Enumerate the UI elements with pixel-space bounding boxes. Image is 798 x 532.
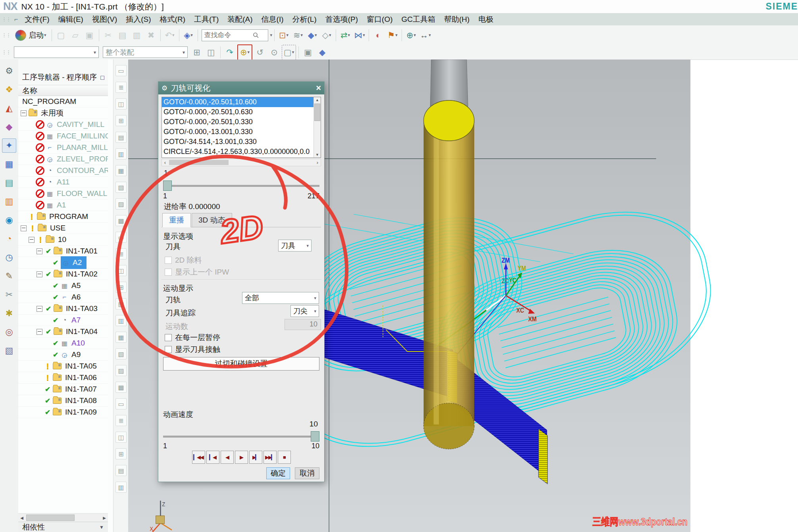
scroll-left-icon[interactable]: ◀ — [18, 516, 25, 520]
gcode-line-4[interactable]: GOTO/-34.514,-13.001,0.330 — [162, 137, 313, 147]
undo-button[interactable]: ↶▾ — [163, 28, 177, 42]
datum-tools-button[interactable]: ◈▾ — [182, 28, 195, 42]
layer-settings-button[interactable]: ≋▾ — [291, 28, 305, 42]
chain-link-button[interactable]: ◫ — [204, 45, 218, 60]
tree-row-CONTOUR_AREA[interactable]: ◔CONTOUR_AREA — [18, 165, 108, 177]
menu-item-2[interactable]: 视图(V) — [88, 13, 121, 25]
move-component-button[interactable]: ⇄▾ — [338, 28, 352, 42]
single-step-back-button[interactable]: ▎◀ — [206, 451, 219, 464]
gcode-list[interactable]: GOTO/-0.000,-20.501,10.600GOTO/-0.000,-2… — [162, 97, 321, 158]
tool-strip-icon-2[interactable]: ◫ — [115, 98, 127, 109]
checkbox-show-tool-contact[interactable]: 显示刀具接触 — [165, 344, 220, 355]
menu-item-4[interactable]: 格式(R) — [156, 13, 190, 25]
window-anchor-button[interactable]: ⊞ — [190, 45, 204, 60]
tool-strip-icon-8[interactable]: ▨ — [115, 198, 127, 209]
menu-item-1[interactable]: 编辑(E) — [54, 13, 88, 25]
gcode-line-0[interactable]: GOTO/-0.000,-20.501,10.600 — [162, 97, 313, 107]
history-palette-icon[interactable]: ◔ — [2, 232, 16, 246]
tree-row-A2[interactable]: ✔◶A2 — [18, 257, 108, 269]
slider-handle[interactable] — [311, 431, 319, 442]
tool-strip-icon-0[interactable]: ▭ — [115, 65, 127, 76]
tree-expander-icon[interactable] — [37, 329, 42, 335]
position-slider[interactable] — [163, 180, 319, 191]
tool-strip-icon-15[interactable]: ▥ — [115, 315, 127, 326]
tool-strip-icon-4[interactable]: ▤ — [115, 132, 127, 143]
menu-item-9[interactable]: 首选项(P) — [321, 13, 362, 25]
tree-row-IN1-TA08[interactable]: ✔IN1-TA08 — [18, 395, 108, 407]
scroll-down-icon[interactable]: ▼ — [315, 152, 319, 157]
tool-strip-icon-13[interactable]: ⊞ — [115, 282, 127, 293]
gcode-line-3[interactable]: GOTO/-0.000,-13.001,0.330 — [162, 127, 313, 137]
list-hscrollbar[interactable]: ‹ › — [162, 159, 321, 166]
paste-button[interactable]: ▥ — [130, 28, 144, 42]
assembly-navigator-icon[interactable]: ❖ — [2, 83, 16, 97]
tree-row-IN1-TA07[interactable]: ✔IN1-TA07 — [18, 384, 108, 395]
menu-item-11[interactable]: GC工具箱 — [397, 13, 440, 25]
chevron-down-icon[interactable]: ▾ — [270, 33, 273, 38]
tool-strip-icon-25[interactable]: ▥ — [115, 482, 127, 493]
scrollbar-thumb[interactable] — [169, 160, 229, 165]
tool-strip-icon-7[interactable]: ▧ — [115, 182, 127, 193]
scroll-right-icon[interactable]: › — [314, 159, 321, 165]
gcode-line-5[interactable]: CIRCLE/-34.514,-12.563,0.330,0.0000000,0… — [162, 147, 313, 157]
selection-filter-back-button[interactable]: ↷ — [223, 45, 237, 60]
machine-tool-view-icon[interactable]: ▦ — [2, 157, 16, 171]
tool-strip-icon-3[interactable]: ⊞ — [115, 115, 127, 126]
selected-row-highlight[interactable]: ◶A2 — [61, 256, 87, 269]
tool-strip-icon-10[interactable]: ▭ — [115, 232, 127, 243]
scroll-up-icon[interactable]: ▲ — [315, 97, 319, 103]
tree-expander-icon[interactable] — [37, 248, 42, 254]
assembly-constraints-button[interactable]: ⋈▾ — [353, 28, 366, 42]
snap-point-filter-button[interactable]: ⊕▾ — [237, 44, 252, 60]
render-shaded-button[interactable]: ◆▾ — [306, 28, 319, 42]
scroll-left-icon[interactable]: ‹ — [162, 159, 168, 165]
tree-row-PLANAR_MILL[interactable]: ⌐PLANAR_MILL — [18, 142, 108, 154]
tree-row-A6[interactable]: ✔⌐A6 — [18, 292, 108, 303]
materials-icon[interactable]: ✱ — [2, 306, 16, 321]
command-finder[interactable] — [202, 29, 268, 41]
show-box-button[interactable]: ▣ — [301, 45, 315, 60]
ok-button[interactable]: 确定 — [266, 467, 290, 479]
selection-filter-combo[interactable]: ▾ — [14, 46, 99, 58]
render-style-button[interactable]: ◇▾ — [320, 28, 333, 42]
play-forward-button[interactable]: ▶ — [235, 451, 248, 464]
tree-row-IN1-TA03[interactable]: ✔IN1-TA03 — [18, 303, 108, 315]
menu-item-10[interactable]: 窗口(O) — [362, 13, 397, 25]
menu-item-0[interactable]: 文件(F) — [20, 13, 54, 25]
tree-row-ZLEVEL_PROFILE[interactable]: ◶ZLEVEL_PROFILE — [18, 154, 108, 165]
notes-icon[interactable]: ✎ — [2, 269, 16, 283]
tree-row-IN1-TA04[interactable]: ✔IN1-TA04 — [18, 326, 108, 338]
template-view-icon[interactable]: ▥ — [2, 194, 16, 209]
scroll-right-icon[interactable]: ▶ — [101, 516, 108, 520]
menu-item-13[interactable]: 电极 — [474, 13, 498, 25]
tool-strip-icon-19[interactable]: ▩ — [115, 382, 127, 393]
tree-row-USE[interactable]: !USE — [18, 223, 108, 234]
gouge-collision-settings-button[interactable]: 过切和碰撞设置 — [163, 357, 319, 371]
tab-replay[interactable]: 重播 — [162, 213, 191, 227]
dimension-button[interactable]: ↔▾ — [419, 28, 432, 42]
tool-strip-icon-22[interactable]: ◫ — [115, 432, 127, 443]
tree-row-A1[interactable]: ▦A1 — [18, 200, 108, 211]
tree-row-A10[interactable]: ✔▦A10 — [18, 338, 108, 349]
tree-row-A9[interactable]: ✔◶A9 — [18, 349, 108, 361]
tool-strip-icon-12[interactable]: ◫ — [115, 265, 127, 276]
part-navigator-icon[interactable]: ◆ — [2, 120, 16, 134]
geometry-view-icon[interactable]: ▤ — [2, 176, 16, 190]
tool-display-combo[interactable]: 刀具 ▾ — [278, 240, 312, 252]
tool-tracking-combo[interactable]: 刀尖 ▾ — [290, 305, 319, 317]
scrollbar-thumb[interactable] — [314, 104, 320, 121]
stop-button[interactable]: ■ — [278, 451, 291, 464]
constraint-navigator-icon[interactable]: ◭ — [2, 101, 16, 115]
tab-3d-dynamic[interactable]: 3D 动态 — [192, 213, 232, 227]
roles-gear-icon[interactable]: ⚙ — [2, 64, 16, 78]
menu-item-5[interactable]: 工具(T) — [190, 13, 223, 25]
touch-panel-icon[interactable]: ◎ — [2, 325, 16, 339]
save-button[interactable]: ▣ — [83, 28, 96, 42]
tree-expander-icon[interactable] — [37, 271, 42, 277]
tree-row-FACE_MILLING[interactable]: ▦FACE_MILLING — [18, 131, 108, 142]
dialog-title-bar[interactable]: ⚙ 刀轨可视化 × — [158, 82, 324, 94]
fit-view-button[interactable]: ⊡▾ — [277, 28, 290, 42]
new-file-button[interactable]: ▢ — [54, 28, 68, 42]
single-step-forward-button[interactable]: ▶▎ — [249, 451, 262, 464]
tree-row-A11[interactable]: ◔A11 — [18, 177, 108, 188]
